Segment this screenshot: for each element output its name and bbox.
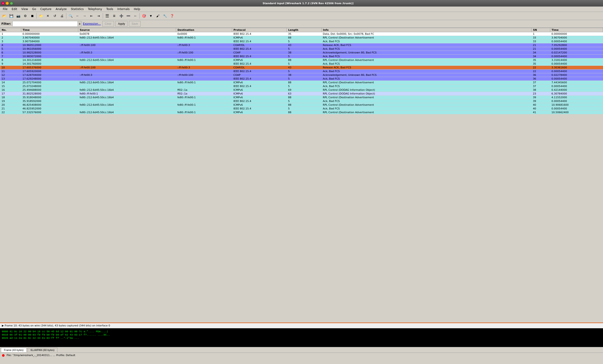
table-row[interactable]: 710.983072000IEEE 802.15.45Ack, Bad FCS3… <box>0 55 603 58</box>
table-row[interactable]: 1117.605920000IEEE 802.15.45Ack, Bad FCS… <box>0 69 603 73</box>
capture-interfaces-button[interactable]: 📷 <box>15 13 22 19</box>
col-sn-time[interactable]: Time <box>550 28 603 32</box>
clear-filter-button[interactable]: Clear <box>102 21 114 27</box>
menu-item-analyze[interactable]: Analyze <box>54 7 69 11</box>
col-no[interactable]: No. <box>0 28 21 32</box>
packet-list-scroll[interactable]: No. Time Source Destination Protocol Len… <box>0 28 603 322</box>
save-filter-button[interactable]: Save <box>129 21 140 27</box>
open-file-button[interactable]: 📁 <box>38 13 44 19</box>
colorize-button[interactable]: ☰ <box>104 13 110 19</box>
tab-0[interactable]: Frame (43 bytes) <box>1 348 27 352</box>
table-row[interactable]: 1935.918592000IEEE 802.15.45Ack, Bad FCS… <box>0 99 603 103</box>
menu-item-tools[interactable]: Tools <box>104 7 115 11</box>
save-button[interactable]: 💾 <box>8 13 14 19</box>
cell-4: COAP <box>232 51 287 55</box>
minimize-button[interactable]: − <box>6 2 9 5</box>
table-row[interactable]: 1525.073248000IEEE 802.15.45Ack, Bad FCS… <box>0 85 603 88</box>
table-row[interactable]: 1317.629248000IEEE 802.15.45Ack, Bad FCS… <box>0 77 603 81</box>
menu-item-go[interactable]: Go <box>30 7 38 11</box>
table-row[interactable]: 1425.072704000fe80::212:6d45:50cc:16b4fe… <box>0 81 603 85</box>
filterbar: Filter: Expression... Clear Apply Save <box>0 20 603 28</box>
table-row[interactable]: 33.907584000IEEE 802.15.45Ack, Bad FCS33… <box>0 40 603 44</box>
table-row[interactable]: 23.907040000fe80::212:6d45:50cc:16b4fe80… <box>0 36 603 40</box>
table-row[interactable]: 2146.825952000IEEE 802.15.45Ack, Bad FCS… <box>0 107 603 110</box>
reload-button[interactable]: ↺ <box>52 13 58 19</box>
cell-0: 14 <box>0 81 21 85</box>
table-row[interactable]: 1731.802528000fe80::ff:fe00:1ff02::1aICM… <box>0 92 603 96</box>
cell-7: 37 <box>532 81 550 85</box>
cell-3 <box>176 99 232 103</box>
table-row[interactable]: 10.0000000000x00780x0000IEEE 802.15.435D… <box>0 32 603 36</box>
open-button[interactable]: 📂 <box>1 13 8 19</box>
maximize-button[interactable]: □ <box>10 2 13 5</box>
close-button2[interactable]: ✕ <box>45 13 51 19</box>
print-button[interactable]: 🖨 <box>59 13 65 19</box>
detail-area: ▶ Frame 10: 43 bytes on wire (344 bits),… <box>0 322 603 347</box>
col-info[interactable]: Info <box>321 28 531 32</box>
table-row[interactable]: 814.301216000fe80::212:6d45:50cc:16b4fe8… <box>0 58 603 62</box>
table-row[interactable]: 1017.605376000::ff:fe00:100::ff:fe00:3CO… <box>0 66 603 69</box>
cell-6: Ack, Bad FCS <box>321 107 531 110</box>
table-row[interactable]: 2257.332576000fe80::212:6d45:50cc:16b4fe… <box>0 110 603 114</box>
col-source[interactable]: Source <box>78 28 176 32</box>
cell-8: 0.02278400 <box>550 73 603 77</box>
table-row[interactable]: 2046.825408000fe80::212:6d45:50cc:16b4fe… <box>0 103 603 107</box>
colorize2-button[interactable]: 🖌 <box>155 13 161 19</box>
table-row[interactable]: 410.960512000::ff:fe00:100::ff:fe00:3COA… <box>0 44 603 47</box>
cell-1: 31.802528000 <box>21 92 78 96</box>
cell-2 <box>78 55 176 58</box>
back-button[interactable]: ← <box>74 13 81 19</box>
menu-item-file[interactable]: File <box>1 7 9 11</box>
forward-button[interactable]: → <box>81 13 88 19</box>
filter-input[interactable] <box>12 21 78 27</box>
cell-4: ICMPv6 <box>232 81 287 85</box>
tab-1[interactable]: 6LoWPAN (60 bytes) <box>28 348 58 352</box>
expression-button[interactable]: Expression... <box>83 22 101 25</box>
menu-item-statistics[interactable]: Statistics <box>69 7 85 11</box>
table-row[interactable]: 610.982528000::ff:fe00:3::ff:fe00:100COA… <box>0 51 603 55</box>
go-last-button[interactable]: ⇥ <box>95 13 102 19</box>
table-row[interactable]: 510.961056000IEEE 802.15.45Ack, Bad FCS2… <box>0 47 603 51</box>
capture-options-button[interactable]: ⚙ <box>22 13 28 19</box>
col-protocol[interactable]: Protocol <box>232 28 287 32</box>
detail-view-button[interactable]: ≡ <box>111 13 117 19</box>
zoom-out-button[interactable]: ➖ <box>125 13 131 19</box>
table-row[interactable]: 1217.628704000::ff:fe00:3::ff:fe00:100CO… <box>0 73 603 77</box>
cell-4: IEEE 802.15.4 <box>232 69 287 73</box>
table-row[interactable]: 914.301760000IEEE 802.15.45Ack, Bad FCS3… <box>0 62 603 66</box>
menu-item-internals[interactable]: Internals <box>116 7 132 11</box>
col-time[interactable]: Time <box>21 28 78 32</box>
table-row[interactable]: 1835.918048000fe80::212:6d45:50cc:16b4fe… <box>0 96 603 99</box>
cell-0: 6 <box>0 51 21 55</box>
cell-3 <box>176 55 232 58</box>
cell-1: 14.301760000 <box>21 62 78 66</box>
col-sn[interactable]: SN <box>532 28 550 32</box>
zoom-in-button[interactable]: ➕ <box>118 13 125 19</box>
help-button[interactable]: ❓ <box>169 13 175 19</box>
menu-item-edit[interactable]: Edit <box>10 7 19 11</box>
go-first-button[interactable]: ⇤ <box>88 13 95 19</box>
display-filter-button[interactable]: ▼ <box>148 13 154 19</box>
window-controls[interactable]: × − □ <box>1 2 13 5</box>
preferences-button[interactable]: 🔧 <box>162 13 168 19</box>
apply-filter-button[interactable]: Apply <box>115 21 128 27</box>
col-destination[interactable]: Destination <box>176 28 232 32</box>
stop-capture-button[interactable]: ⏹ <box>29 13 35 19</box>
cell-0: 9 <box>0 62 21 66</box>
menu-item-capture[interactable]: Capture <box>38 7 53 11</box>
menu-item-telephony[interactable]: Telephony <box>86 7 104 11</box>
cell-1: 10.983072000 <box>21 55 78 58</box>
menu-item-view[interactable]: View <box>19 7 30 11</box>
resize-button[interactable]: ↔ <box>132 13 139 19</box>
table-row[interactable]: 1625.494688000fe80::212:6d45:50cc:16b4ff… <box>0 88 603 92</box>
bottom-tabs: Frame (43 bytes)6LoWPAN (60 bytes) <box>0 347 603 353</box>
menu-item-help[interactable]: Help <box>132 7 142 11</box>
cell-1: 10.961056000 <box>21 47 78 51</box>
cell-2 <box>78 77 176 81</box>
col-length[interactable]: Length <box>287 28 322 32</box>
filter-arrow-button[interactable] <box>78 21 81 27</box>
close-button[interactable]: × <box>1 2 5 5</box>
frame-detail[interactable]: ▶ Frame 10: 43 bytes on wire (344 bits),… <box>0 323 603 328</box>
find-packet-button[interactable]: 🔍 <box>67 13 74 19</box>
capture-filter-button[interactable]: 🎯 <box>140 13 147 19</box>
